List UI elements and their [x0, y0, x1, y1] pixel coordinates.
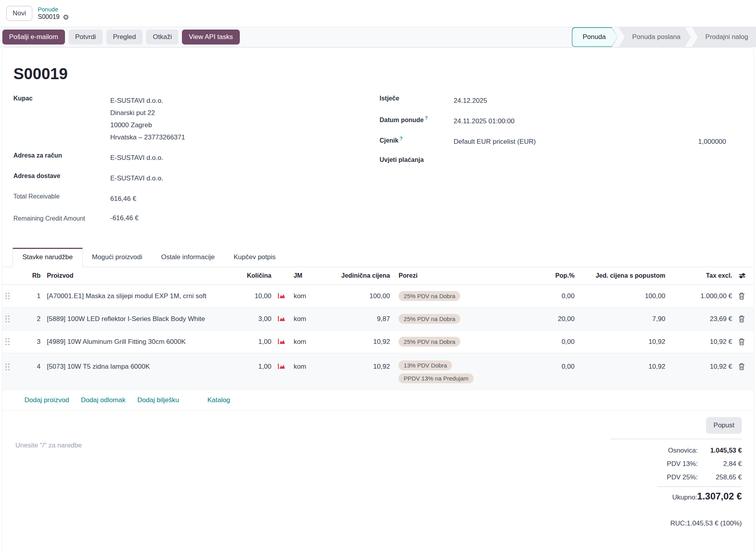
field-cjenik: Cjenik? Default EUR pricelist (EUR) 1,00…: [380, 136, 742, 148]
forecast-icon[interactable]: [278, 338, 286, 345]
product-cell[interactable]: [5889] 100W LED reflektor I-Series Black…: [44, 308, 224, 330]
cjenik-label: Cjenik?: [380, 136, 454, 148]
catalog-link[interactable]: Katalog: [208, 396, 230, 404]
kupac-value[interactable]: E-SUSTAVI d.o.o. Dinarski put 22 10000 Z…: [110, 95, 185, 143]
line-number: 3: [22, 330, 44, 353]
delete-line-icon[interactable]: [738, 363, 745, 370]
tab-ostale-informacije[interactable]: Ostale informacije: [152, 248, 224, 267]
product-cell[interactable]: [A70001.E1] Maska za slijepi modul EXP 1…: [44, 285, 224, 308]
order-lines-table: Rb Proizvod Količina JM Jedinična cijena…: [2, 267, 754, 390]
tab-moguci-proizvodi[interactable]: Mogući proizvodi: [83, 248, 152, 267]
table-header-row: Rb Proizvod Količina JM Jedinična cijena…: [2, 267, 754, 285]
order-line-row: 2 [5889] 100W LED reflektor I-Series Bla…: [2, 308, 754, 330]
tax-excl-cell: 1.000,00 €: [669, 285, 736, 308]
optional-columns-icon[interactable]: [738, 272, 746, 279]
remaining-credit-label: Remaining Credit Amount: [13, 213, 110, 224]
discount-cell[interactable]: 0,00: [527, 285, 578, 308]
tax-tag[interactable]: 25% PDV na Dobra: [398, 291, 460, 301]
status-step-prodajni-nalog[interactable]: Prodajni nalog: [692, 27, 756, 47]
discounted-price-cell[interactable]: 100,00: [578, 285, 668, 308]
add-section-link[interactable]: Dodaj odlomak: [81, 396, 125, 404]
preview-button[interactable]: Pregled: [106, 30, 143, 45]
field-adresa-dostave: Adresa dostave E-SUSTAVI d.o.o.: [13, 172, 380, 184]
discount-button[interactable]: Popust: [706, 417, 742, 434]
total-receivable-label: Total Receivable: [13, 193, 110, 205]
tax-excl-cell: 23,69 €: [669, 308, 736, 330]
qty-cell[interactable]: 10,00: [224, 285, 274, 308]
kupac-address-line: Dinarski put 22: [110, 107, 185, 119]
view-api-tasks-button[interactable]: View API tasks: [182, 30, 239, 45]
unit-price-cell[interactable]: 9,87: [321, 308, 393, 330]
datum-ponude-value[interactable]: 24.11.2025 01:00:00: [454, 115, 515, 127]
qty-cell[interactable]: 3,00: [224, 308, 274, 330]
discounted-price-cell[interactable]: 10,92: [578, 353, 668, 390]
forecast-icon[interactable]: [278, 293, 286, 299]
tax-tag[interactable]: 13% PDV Dobra: [398, 360, 452, 370]
forecast-icon[interactable]: [278, 363, 286, 370]
adresa-racun-value[interactable]: E-SUSTAVI d.o.o.: [110, 152, 163, 164]
total-receivable-value: 616,46 €: [110, 193, 136, 205]
line-number: 2: [22, 308, 44, 330]
product-cell[interactable]: [4989] 10W Aluminum Grill Fitting 30cm 6…: [44, 330, 224, 353]
product-cell[interactable]: [5073] 10W T5 zidna lampa 6000K: [44, 353, 224, 390]
breadcrumb-bar: Novi Ponude S00019 ⚙: [0, 0, 756, 27]
istjece-value[interactable]: 24.12.2025: [454, 95, 487, 107]
remaining-credit-value: -616,46 €: [110, 213, 139, 224]
drag-handle-icon[interactable]: [6, 338, 10, 345]
line-number: 4: [22, 353, 44, 390]
istjece-label: Istječe: [380, 95, 454, 107]
drag-handle-icon[interactable]: [6, 316, 10, 322]
order-line-row: 3 [4989] 10W Aluminum Grill Fitting 30cm…: [2, 330, 754, 353]
adresa-dostave-value[interactable]: E-SUSTAVI d.o.o.: [110, 172, 163, 184]
field-datum-ponude: Datum ponude? 24.11.2025 01:00:00: [380, 115, 742, 127]
tab-stavke-narudzbe[interactable]: Stavke narudžbe: [13, 248, 83, 267]
breadcrumb-parent-link[interactable]: Ponude: [38, 6, 69, 13]
totals-tax25: PDV 25%: 258,65 €: [611, 471, 742, 484]
discount-cell[interactable]: 0,00: [527, 330, 578, 353]
help-icon[interactable]: ?: [400, 136, 402, 141]
uom-cell[interactable]: kom: [291, 330, 321, 353]
delete-line-icon[interactable]: [738, 315, 745, 323]
qty-cell[interactable]: 1,00: [224, 330, 274, 353]
tax-tag[interactable]: 25% PDV na Dobra: [398, 314, 460, 324]
discount-cell[interactable]: 0,00: [527, 353, 578, 390]
unit-price-cell[interactable]: 10,92: [321, 330, 393, 353]
status-step-ponuda-poslana[interactable]: Ponuda poslana: [619, 27, 691, 47]
command-placeholder[interactable]: Unesite "/" za naredbe: [15, 442, 82, 530]
tax-excl-cell: 10,92 €: [669, 353, 736, 390]
uom-cell[interactable]: kom: [291, 285, 321, 308]
tab-kupcev-potpis[interactable]: Kupčev potpis: [224, 248, 285, 267]
col-tax-excl: Tax excl.: [669, 267, 736, 285]
cjenik-rate[interactable]: 1,000000: [698, 136, 742, 148]
unit-price-cell[interactable]: 100,00: [321, 285, 393, 308]
add-note-link[interactable]: Dodaj bilješku: [137, 396, 179, 404]
add-product-link[interactable]: Dodaj proizvod: [24, 396, 69, 404]
uom-cell[interactable]: kom: [291, 308, 321, 330]
discounted-price-cell[interactable]: 7,90: [578, 308, 668, 330]
qty-cell[interactable]: 1,00: [224, 353, 274, 390]
gear-icon[interactable]: ⚙: [63, 14, 69, 21]
col-kolicina: Količina: [224, 267, 274, 285]
confirm-button[interactable]: Potvrdi: [69, 30, 103, 45]
uom-cell[interactable]: kom: [291, 353, 321, 390]
send-email-button[interactable]: Pošalji e-mailom: [2, 30, 65, 45]
col-jedinicna-cijena: Jedinična cijena: [321, 267, 393, 285]
new-button[interactable]: Novi: [6, 6, 32, 21]
forecast-icon[interactable]: [278, 316, 286, 322]
cjenik-value[interactable]: Default EUR pricelist (EUR): [454, 136, 536, 148]
discounted-price-cell[interactable]: 10,92: [578, 330, 668, 353]
cancel-button[interactable]: Otkaži: [146, 30, 178, 45]
table-footer-links: Dodaj proizvod Dodaj odlomak Dodaj bilje…: [2, 390, 754, 411]
tax-tag[interactable]: PPDV 13% na Predujam: [398, 373, 473, 383]
unit-price-cell[interactable]: 10,92: [321, 353, 393, 390]
help-icon[interactable]: ?: [425, 115, 428, 121]
discount-cell[interactable]: 20,00: [527, 308, 578, 330]
record-title[interactable]: S00019: [13, 65, 742, 83]
tax-tag[interactable]: 25% PDV na Dobra: [398, 337, 460, 347]
delete-line-icon[interactable]: [738, 338, 745, 345]
delete-line-icon[interactable]: [738, 292, 745, 300]
col-proizvod: Proizvod: [44, 267, 224, 285]
status-step-ponuda[interactable]: Ponuda: [572, 27, 617, 47]
drag-handle-icon[interactable]: [6, 293, 10, 299]
drag-handle-icon[interactable]: [6, 364, 10, 370]
